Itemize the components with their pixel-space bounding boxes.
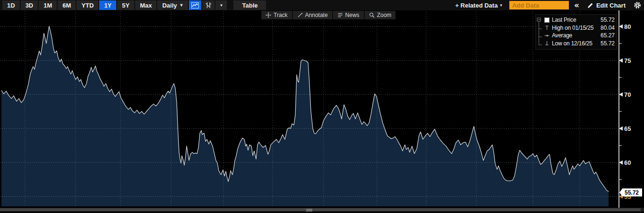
legend-value: 65.27: [601, 32, 615, 39]
annotate-button[interactable]: Annotate: [292, 11, 332, 19]
chart-type-dropdown-button[interactable]: ▾: [215, 0, 227, 10]
y-axis-tick-arrow: [619, 59, 623, 63]
y-axis-label: 65: [624, 125, 631, 132]
y-axis-tick-arrow: [619, 161, 623, 165]
news-lines-icon: [337, 12, 343, 18]
y-axis-label: 80: [624, 23, 631, 30]
chevron-down-icon: ▾: [500, 3, 502, 8]
last-price-swatch: [543, 17, 550, 23]
y-axis-tick-arrow: [619, 25, 623, 29]
add-data-input[interactable]: [509, 1, 569, 9]
legend-value: 80.04: [601, 25, 615, 31]
legend-tree-connector: [537, 17, 543, 48]
range-button-1d[interactable]: 1D: [2, 0, 20, 10]
y-axis-label: 60: [624, 159, 631, 166]
frequency-label: Daily: [162, 2, 177, 9]
y-axis-tick-arrow: [619, 127, 623, 131]
related-data-button[interactable]: + Related Data ▾: [452, 1, 505, 9]
legend-row-last-price[interactable]: Last Price 55.72: [543, 16, 615, 24]
range-button-6m[interactable]: 6M: [58, 0, 76, 10]
legend-row-low[interactable]: Low on 12/16/25 55.72: [543, 40, 615, 48]
legend-label: Last Price: [552, 17, 599, 23]
range-button-1m[interactable]: 1M: [39, 0, 57, 10]
track-crosshair-icon: [266, 12, 271, 18]
chart-window: 1D 3D 1M 6M YTD 1Y 5Y Max Daily ▼: [0, 0, 644, 213]
legend-label: Low on 12/16/25: [552, 40, 599, 47]
toolbar-right-group: + Related Data ▾ « Edit Chart: [452, 1, 642, 9]
scrollbar-grip[interactable]: [306, 209, 312, 212]
range-button-ytd[interactable]: YTD: [77, 0, 98, 10]
y-axis-label: 75: [624, 57, 631, 64]
chevron-down-icon: ▼: [180, 3, 184, 8]
range-button-5y[interactable]: 5Y: [117, 0, 134, 10]
news-label: News: [345, 12, 360, 18]
zoom-label: Zoom: [377, 12, 392, 18]
edit-chart-label: Edit Chart: [596, 2, 626, 9]
track-button[interactable]: Track: [261, 11, 292, 19]
horizontal-scrollbar[interactable]: [0, 208, 644, 212]
range-button-max[interactable]: Max: [135, 0, 156, 10]
track-label: Track: [274, 12, 288, 18]
top-toolbar: 1D 3D 1M 6M YTD 1Y 5Y Max Daily ▼: [0, 0, 644, 10]
legend-value: 55.72: [601, 40, 615, 47]
legend-row-average[interactable]: Average 65.27: [543, 32, 615, 40]
scrollbar-thumb[interactable]: [0, 208, 641, 211]
zoom-button[interactable]: Zoom: [364, 11, 396, 19]
chart-tools-toolbar: Track Annotate News Zoom: [261, 11, 395, 19]
line-chart-icon: [191, 2, 199, 9]
news-button[interactable]: News: [332, 11, 364, 19]
legend-label: Average: [552, 32, 599, 39]
legend-value: 55.72: [601, 17, 615, 23]
area-fill: [1, 26, 609, 206]
annotate-label: Annotate: [305, 12, 328, 18]
edit-chart-button[interactable]: Edit Chart: [584, 1, 628, 9]
legend-label: High on 01/15/25: [552, 25, 599, 31]
line-chart-type-button[interactable]: [189, 0, 201, 10]
chevron-down-icon: ▾: [220, 3, 223, 8]
pencil-icon: [587, 2, 593, 9]
collapse-panel-button[interactable]: «: [573, 1, 580, 9]
high-marker-icon: [543, 25, 550, 30]
range-button-3d[interactable]: 3D: [21, 0, 38, 10]
y-axis-label: 70: [624, 91, 631, 98]
chart-legend: Last Price 55.72 High on 01/15/25 80.04 …: [535, 14, 617, 50]
range-button-1y[interactable]: 1Y: [99, 0, 116, 10]
low-marker-icon: [543, 41, 550, 46]
annotate-pencil-icon: [297, 12, 303, 18]
gear-icon: [634, 1, 641, 9]
frequency-select[interactable]: Daily ▼: [157, 0, 188, 10]
y-axis-tick-arrow: [619, 93, 623, 97]
last-price-tag: 55.72: [619, 188, 642, 196]
zoom-magnifier-icon: [369, 12, 375, 18]
settings-button[interactable]: [633, 1, 642, 9]
ohlc-bars-icon: [205, 2, 212, 9]
average-marker-icon: [543, 33, 550, 38]
legend-row-high[interactable]: High on 01/15/25 80.04: [543, 24, 615, 32]
ohlc-chart-type-button[interactable]: [202, 0, 215, 10]
table-button[interactable]: Table: [233, 0, 266, 10]
related-data-label: + Related Data: [455, 2, 498, 9]
